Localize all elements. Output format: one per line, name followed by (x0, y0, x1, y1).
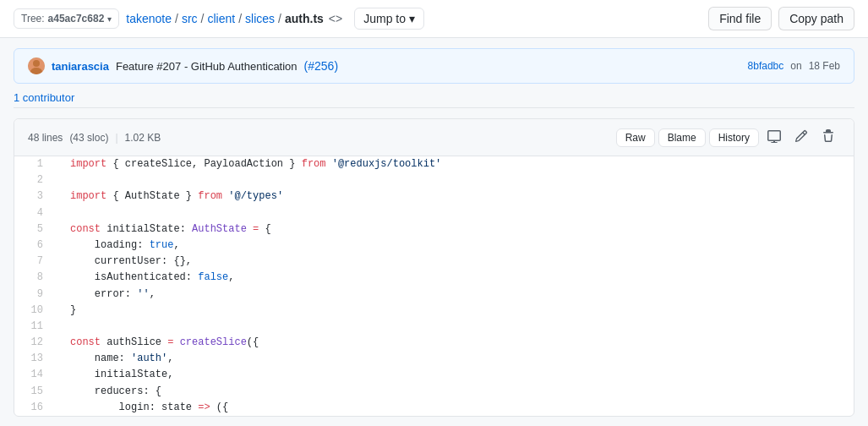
line-code: reducers: { (57, 384, 854, 400)
jump-to-label: Jump to (363, 12, 406, 25)
top-actions: Find file Copy path (708, 7, 854, 30)
table-row: 8 isAuthenticated: false, (14, 270, 854, 286)
line-code (57, 205, 854, 221)
line-code: isAuthenticated: false, (57, 270, 854, 286)
contributors-bar: 1 contributor (14, 84, 854, 108)
avatar (28, 57, 45, 74)
table-row: 13 name: 'auth', (14, 351, 854, 367)
commit-bar: taniarascia Feature #207 - GitHub Authen… (14, 48, 854, 84)
line-code: initialState, (57, 367, 854, 383)
svg-point-1 (33, 60, 40, 67)
tree-selector[interactable]: Tree: a45ac7c682 ▾ (14, 8, 119, 29)
diamond-icon: <> (329, 12, 342, 25)
bc-repo[interactable]: takenote (126, 12, 172, 25)
jump-to-button[interactable]: Jump to ▾ (354, 8, 424, 30)
table-row: 12 const authSlice = createSlice({ (14, 335, 854, 351)
line-number: 5 (14, 221, 57, 238)
line-number: 6 (14, 238, 57, 254)
jump-to-chevron-icon: ▾ (409, 12, 415, 25)
line-code: name: 'auth', (57, 351, 854, 367)
blame-button[interactable]: Blame (658, 128, 706, 147)
table-row: 14 initialState, (14, 367, 854, 383)
desktop-icon[interactable] (762, 126, 786, 149)
commit-date: 18 Feb (809, 60, 840, 72)
delete-icon[interactable] (816, 126, 840, 149)
file-meta: 48 lines (43 sloc) | 1.02 KB (28, 132, 161, 144)
file-actions: Raw Blame History (616, 126, 840, 149)
file-size: 1.02 KB (125, 132, 161, 144)
commit-info-right: 8bfadbc on 18 Feb (748, 60, 840, 72)
line-code: currentUser: {}, (57, 254, 854, 270)
line-code: login: state => ({ (57, 400, 854, 416)
bc-slices[interactable]: slices (245, 12, 275, 25)
line-number: 3 (14, 188, 57, 205)
line-code: import { createSlice, PayloadAction } fr… (57, 156, 854, 172)
line-number: 9 (14, 287, 57, 303)
edit-icon[interactable] (789, 126, 813, 149)
line-number: 15 (14, 384, 57, 400)
line-number: 4 (14, 205, 57, 221)
line-code: import { AuthState } from '@/types' (57, 188, 854, 205)
commit-sha[interactable]: 8bfadbc (748, 60, 784, 72)
commit-username[interactable]: taniarascia (52, 60, 109, 73)
line-number: 7 (14, 254, 57, 270)
line-number: 8 (14, 270, 57, 286)
find-file-button[interactable]: Find file (708, 7, 772, 30)
table-row: 3 import { AuthState } from '@/types' (14, 188, 854, 205)
table-row: 6 loading: true, (14, 238, 854, 254)
line-number: 10 (14, 303, 57, 319)
line-number: 13 (14, 351, 57, 367)
commit-info-left: taniarascia Feature #207 - GitHub Authen… (28, 57, 338, 74)
table-row: 1 import { createSlice, PayloadAction } … (14, 156, 854, 172)
commit-date-prefix: on (790, 60, 801, 72)
copy-path-button[interactable]: Copy path (778, 7, 854, 30)
line-number: 16 (14, 400, 57, 416)
line-number: 12 (14, 335, 57, 351)
line-code: } (57, 303, 854, 319)
contributors-link[interactable]: 1 contributor (14, 91, 74, 104)
line-number: 14 (14, 367, 57, 383)
table-row: 10 } (14, 303, 854, 319)
table-row: 15 reducers: { (14, 384, 854, 400)
bc-src[interactable]: src (182, 12, 198, 25)
commit-pr-link[interactable]: (#256) (304, 59, 338, 73)
line-number: 11 (14, 319, 57, 335)
file-sloc: (43 sloc) (69, 132, 108, 144)
tree-chevron-icon: ▾ (107, 14, 112, 24)
table-row: 16 login: state => ({ (14, 400, 854, 416)
file-header: 48 lines (43 sloc) | 1.02 KB Raw Blame H… (14, 119, 854, 156)
table-row: 2 (14, 172, 854, 188)
line-code: const initialState: AuthState = { (57, 221, 854, 238)
line-code: loading: true, (57, 238, 854, 254)
tree-label: Tree: (21, 13, 45, 25)
bc-client[interactable]: client (207, 12, 235, 25)
line-code (57, 172, 854, 188)
table-row: 9 error: '', (14, 287, 854, 303)
line-number: 1 (14, 156, 57, 172)
table-row: 5 const initialState: AuthState = { (14, 221, 854, 238)
file-lines: 48 lines (28, 132, 63, 144)
raw-button[interactable]: Raw (616, 128, 655, 147)
breadcrumb: Tree: a45ac7c682 ▾ takenote / src / clie… (14, 8, 424, 30)
bc-file: auth.ts (285, 12, 324, 25)
line-code: const authSlice = createSlice({ (57, 335, 854, 351)
line-number: 2 (14, 172, 57, 188)
file-box: 48 lines (43 sloc) | 1.02 KB Raw Blame H… (14, 118, 854, 417)
line-code (57, 319, 854, 335)
code-table: 1 import { createSlice, PayloadAction } … (14, 156, 854, 416)
table-row: 11 (14, 319, 854, 335)
tree-hash: a45ac7c682 (48, 13, 105, 25)
line-code: error: '', (57, 287, 854, 303)
table-row: 4 (14, 205, 854, 221)
history-button[interactable]: History (709, 128, 759, 147)
top-bar: Tree: a45ac7c682 ▾ takenote / src / clie… (0, 0, 868, 38)
commit-message: Feature #207 - GitHub Authentication (116, 60, 298, 73)
table-row: 7 currentUser: {}, (14, 254, 854, 270)
